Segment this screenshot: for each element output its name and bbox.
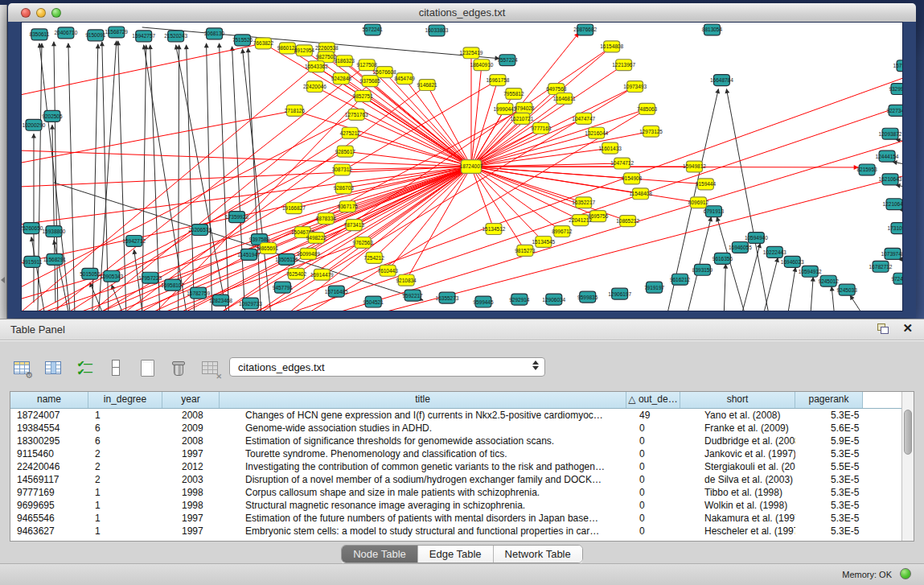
graph-edge[interactable]: [832, 286, 834, 311]
graph-node[interactable]: 8912954: [294, 45, 315, 56]
graph-node[interactable]: 10594912: [799, 266, 822, 277]
graph-node[interactable]: 3087312: [332, 164, 353, 175]
graph-edge[interactable]: [22, 57, 326, 311]
graph-edge[interactable]: [811, 277, 813, 311]
graph-node[interactable]: 11646811: [553, 93, 576, 105]
graph-node[interactable]: 8996712: [552, 226, 573, 237]
graph-node[interactable]: 7919197: [644, 282, 665, 293]
graph-edge[interactable]: [900, 210, 902, 215]
network-window-titlebar[interactable]: citations_edges.txt: [8, 3, 916, 23]
graph-node[interactable]: 9616212: [670, 274, 691, 285]
graph-edge[interactable]: [850, 295, 860, 311]
graph-node[interactable]: 16782759: [187, 287, 210, 299]
graph-node[interactable]: 8186323: [335, 56, 355, 67]
graph-node[interactable]: 9865691: [258, 242, 279, 253]
graph-node[interactable]: 2718126: [285, 105, 306, 116]
graph-node[interactable]: 2068130: [204, 28, 225, 39]
graph-node[interactable]: 12325419: [460, 47, 483, 59]
graph-node[interactable]: 8215953: [856, 164, 877, 175]
graph-node[interactable]: 17359928: [225, 212, 248, 223]
graph-edge[interactable]: [22, 167, 471, 187]
graph-node[interactable]: 3915911: [23, 256, 43, 267]
graph-edge[interactable]: [350, 133, 471, 167]
graph-node[interactable]: 25260650: [22, 223, 43, 234]
table-row[interactable]: 2242004622012Investigating the contribut…: [10, 460, 914, 473]
graph-edge[interactable]: [764, 257, 778, 311]
graph-node[interactable]: 9329966: [889, 84, 902, 95]
graph-node[interactable]: 12213967: [612, 60, 635, 71]
graph-edge[interactable]: [150, 45, 160, 311]
graph-node[interactable]: 5572241: [363, 24, 384, 35]
graph-node[interactable]: 10474747: [572, 113, 595, 124]
table-row[interactable]: 1830029562008Estimation of significance …: [10, 435, 914, 447]
graph-node[interactable]: 9367175: [338, 201, 359, 212]
graph-node[interactable]: 12751763: [345, 109, 368, 120]
graph-edge[interactable]: [788, 267, 795, 311]
graph-node[interactable]: 22420046: [303, 81, 326, 93]
graph-edge[interactable]: [38, 43, 42, 311]
graph-node[interactable]: 7955812: [503, 89, 524, 100]
column-header-pagerank[interactable]: pagerank: [795, 392, 863, 408]
graph-node[interactable]: 9202505: [42, 110, 63, 122]
graph-node[interactable]: 12906034: [542, 294, 565, 305]
graph-node[interactable]: 11601433: [598, 142, 622, 154]
graph-node[interactable]: 7873413: [344, 220, 365, 231]
graph-node[interactable]: 15938800: [43, 226, 66, 237]
row-height-icon[interactable]: [105, 357, 126, 378]
graph-node[interactable]: 16210721: [510, 113, 533, 124]
graph-node[interactable]: 20876682: [573, 24, 597, 35]
graph-node[interactable]: 9724502: [891, 273, 902, 284]
graph-node[interactable]: 9285617: [335, 146, 356, 157]
graph-node[interactable]: 15942757: [132, 31, 155, 42]
graph-node[interactable]: 9227342: [886, 105, 902, 116]
graph-node[interactable]: 18640910: [470, 60, 494, 71]
graph-node[interactable]: 13505115: [275, 253, 298, 265]
graph-node[interactable]: 9592217: [402, 290, 423, 301]
graph-node[interactable]: 16033803: [425, 25, 449, 36]
column-header-short[interactable]: short: [680, 392, 795, 408]
graph-node[interactable]: 16782712: [869, 261, 893, 272]
float-panel-icon[interactable]: [877, 323, 889, 334]
graph-node[interactable]: 15134512: [483, 224, 506, 235]
graph-node[interactable]: 10739748: [881, 248, 902, 259]
graph-edge[interactable]: [294, 110, 471, 167]
graph-edge[interactable]: [471, 167, 562, 232]
table-row[interactable]: 1456911722003Disruption of a novel membe…: [10, 473, 914, 486]
graph-edge[interactable]: [471, 167, 525, 250]
graph-node[interactable]: 16958107: [161, 279, 184, 290]
graph-node[interactable]: 13216044: [585, 127, 608, 138]
graph-node[interactable]: 17957223: [138, 272, 162, 283]
table-mode-icon[interactable]: ⚙: [11, 357, 32, 378]
scrollbar-thumb[interactable]: [904, 410, 912, 455]
graph-node[interactable]: 18724007: [460, 160, 483, 174]
graph-node[interactable]: 16946023: [781, 256, 804, 267]
column-header-year[interactable]: year: [162, 392, 220, 408]
graph-edge[interactable]: [142, 45, 146, 311]
graph-node[interactable]: 12906197: [608, 288, 631, 299]
graph-node[interactable]: 10905343: [100, 270, 123, 282]
tab-network-table[interactable]: Network Table: [494, 546, 582, 562]
graph-edge[interactable]: [179, 45, 179, 311]
graph-node[interactable]: 7610443: [378, 265, 399, 276]
table-row[interactable]: 946362711997Embryonic stem cells: a mode…: [10, 525, 914, 538]
graph-node[interactable]: 9146821: [417, 80, 437, 91]
graph-node[interactable]: 9292914: [509, 294, 530, 305]
graph-edge[interactable]: [724, 264, 725, 311]
graph-node[interactable]: 7254212: [364, 252, 385, 263]
graph-node[interactable]: 9245033: [837, 284, 858, 295]
collapse-arrow-icon[interactable]: [1, 277, 5, 283]
graph-edge[interactable]: [896, 185, 902, 191]
table-row[interactable]: 946554611997Estimation of the future num…: [10, 512, 914, 525]
graph-edge[interactable]: [22, 43, 263, 95]
graph-node[interactable]: 16099489: [297, 248, 320, 259]
graph-node[interactable]: 5015053: [80, 268, 101, 279]
select-attributes-icon[interactable]: ✔—✔—: [74, 357, 95, 378]
graph-node[interactable]: 6791913: [704, 206, 725, 217]
graph-node[interactable]: 9762563: [353, 237, 374, 249]
graph-node[interactable]: 16946055: [729, 241, 752, 253]
graph-edge[interactable]: [370, 81, 471, 167]
graph-node[interactable]: 17310554: [888, 223, 902, 234]
graph-node[interactable]: 16154808: [600, 41, 623, 52]
graph-node[interactable]: 9504521: [363, 296, 384, 307]
graph-node[interactable]: 10594940: [745, 233, 768, 244]
